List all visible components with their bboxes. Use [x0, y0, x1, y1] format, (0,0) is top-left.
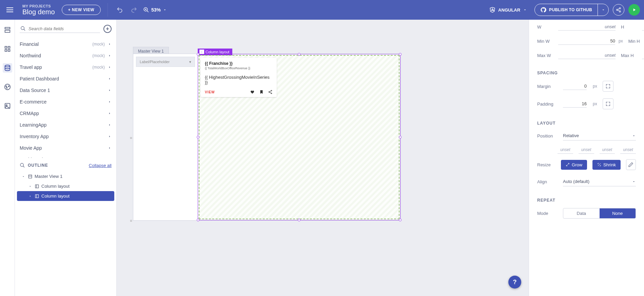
data-source-name: Movie App [20, 145, 108, 151]
tree-label: Column layout [41, 184, 70, 189]
publish-button[interactable]: PUBLISH TO GITHUB [535, 4, 598, 16]
chevron-right-icon [108, 146, 112, 150]
align-select[interactable]: Auto (default) [563, 177, 636, 186]
h-input[interactable] [642, 23, 644, 31]
mock-badge: (mock) [92, 53, 105, 58]
offset-top[interactable]: unset [558, 146, 573, 154]
bookmark-icon[interactable] [259, 90, 264, 94]
tree-item-master[interactable]: Master View 1 [17, 171, 114, 181]
offset-left[interactable]: unset [620, 146, 636, 154]
data-source-name: Dashboard Data [20, 157, 108, 158]
maxw-label: Max W [537, 53, 555, 58]
data-source-item[interactable]: E-commerce [15, 96, 116, 108]
data-source-name: Northwind [20, 53, 92, 58]
rail-layouts[interactable] [3, 25, 12, 35]
maxw-input[interactable] [558, 52, 616, 59]
svg-rect-12 [8, 47, 10, 49]
chevron-right-icon [108, 111, 112, 115]
svg-line-7 [618, 8, 620, 10]
new-view-button[interactable]: + NEW VIEW [62, 5, 101, 15]
data-source-item[interactable]: Travel app(mock) [15, 61, 116, 73]
shrink-button[interactable]: Shrink [592, 160, 621, 170]
padding-expand-button[interactable] [603, 98, 613, 109]
expand-icon [605, 84, 611, 89]
chevron-right-icon [108, 158, 112, 158]
offset-bottom[interactable]: unset [600, 146, 615, 154]
publish-dropdown-button[interactable] [598, 4, 608, 16]
data-source-name: Travel app [20, 64, 92, 70]
data-source-item[interactable]: Financial(mock) [15, 38, 116, 50]
placeholder-dropdown[interactable]: Label/Placeholder ▾ [136, 57, 195, 67]
data-source-item[interactable]: Data Source 1 [15, 85, 116, 96]
tree-item-column-2[interactable]: Column layout [17, 191, 114, 201]
main-menu-button[interactable] [4, 4, 16, 16]
data-search[interactable] [20, 24, 100, 33]
layout-title: LAYOUT [537, 113, 636, 128]
tree-item-column-1[interactable]: Column layout [17, 181, 114, 191]
grow-button[interactable]: Grow [561, 160, 587, 170]
collapse-all-link[interactable]: Collapse all [89, 163, 112, 168]
share-icon [616, 7, 621, 13]
artboard[interactable]: Label/Placeholder ▾ ↑ Column layout {{ F… [133, 54, 401, 221]
rail-assets[interactable] [3, 101, 12, 111]
padding-input[interactable] [563, 100, 587, 108]
outline-title: OUTLINE [28, 163, 86, 168]
project-heading: MY PROJECTS Blog demo [22, 4, 55, 16]
redo-button[interactable] [129, 5, 139, 15]
svg-rect-13 [5, 50, 7, 52]
mode-data[interactable]: Data [563, 208, 600, 218]
resize-edit-button[interactable] [626, 159, 636, 170]
margin-expand-button[interactable] [603, 81, 613, 92]
framework-selector[interactable]: ANGULAR [486, 5, 530, 15]
heart-icon[interactable] [250, 90, 255, 94]
card-view-button[interactable]: VIEW [205, 90, 215, 94]
data-source-item[interactable]: Patient Dashboard [15, 73, 116, 85]
svg-point-4 [619, 7, 621, 9]
w-input[interactable] [558, 23, 616, 31]
select-parent-icon[interactable]: ↑ [199, 50, 204, 54]
svg-rect-30 [35, 195, 38, 198]
data-source-item[interactable]: Northwind(mock) [15, 50, 116, 61]
data-source-item[interactable]: LearningApp [15, 119, 116, 131]
help-button[interactable]: ? [508, 276, 521, 289]
search-input[interactable] [28, 26, 99, 31]
rail-theme[interactable] [3, 82, 12, 92]
spacing-title: SPACING [537, 62, 636, 77]
w-label: W [537, 24, 555, 30]
svg-point-32 [271, 90, 272, 91]
rail-data[interactable] [3, 63, 12, 73]
svg-rect-26 [28, 175, 32, 178]
svg-line-36 [270, 92, 271, 93]
design-canvas[interactable]: Master View 1 Label/Placeholder ▾ ↑ Colu… [117, 20, 529, 296]
publish-label: PUBLISH TO GITHUB [549, 7, 592, 12]
data-source-item[interactable]: Inventory App [15, 131, 116, 142]
preview-button[interactable] [628, 4, 640, 16]
selected-column-layout[interactable]: {{ Franchise }} {{ TotalWorldBoxOfficeRe… [198, 54, 401, 220]
chevron-right-icon [108, 54, 112, 58]
rail-components[interactable] [3, 44, 12, 54]
maxh-input[interactable] [642, 52, 644, 59]
view-icon [28, 174, 33, 179]
margin-input[interactable] [563, 82, 587, 90]
search-icon [20, 26, 26, 31]
data-source-list[interactable]: Financial(mock)Northwind(mock)Travel app… [15, 36, 116, 158]
minw-input[interactable] [558, 37, 615, 45]
data-source-item[interactable]: Dashboard Data [15, 154, 116, 158]
add-data-source-button[interactable]: + [103, 25, 112, 33]
offset-right[interactable]: unset [579, 146, 594, 154]
tree-label: Master View 1 [35, 174, 62, 179]
repeat-title: REPEAT [537, 190, 636, 205]
share-icon[interactable] [268, 90, 273, 94]
data-source-item[interactable]: Movie App [15, 142, 116, 154]
svg-line-23 [24, 29, 25, 31]
github-icon [540, 7, 546, 13]
project-title: Blog demo [22, 8, 55, 16]
zoom-control[interactable]: 53% [143, 7, 167, 13]
undo-button[interactable] [115, 5, 125, 15]
position-select[interactable]: Relative [563, 131, 636, 141]
mode-none[interactable]: None [600, 208, 636, 218]
data-source-item[interactable]: CRMApp [15, 108, 116, 119]
share-button[interactable] [613, 4, 624, 16]
card-preview[interactable]: {{ Franchise }} {{ TotalWorldBoxOfficeRe… [201, 58, 277, 97]
zoom-value: 53% [151, 7, 161, 13]
